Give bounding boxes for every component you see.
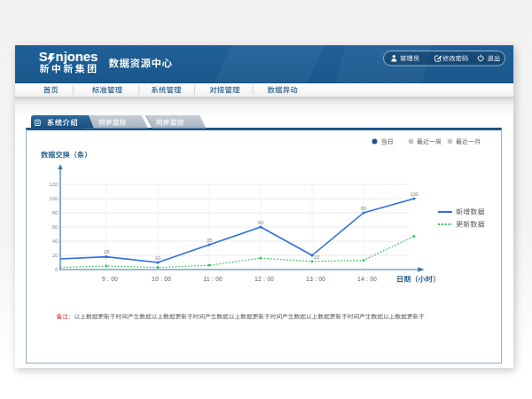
svg-text:13 : 00: 13 : 00 — [306, 276, 325, 282]
svg-text:12 : 00: 12 : 00 — [254, 276, 274, 282]
svg-text:60: 60 — [52, 223, 59, 230]
svg-text:10: 10 — [155, 255, 160, 261]
svg-text:10: 10 — [314, 254, 319, 260]
svg-text:120: 120 — [49, 181, 59, 187]
svg-text:35: 35 — [207, 238, 212, 243]
svg-text:0: 0 — [55, 266, 59, 272]
svg-text:10 : 00: 10 : 00 — [152, 276, 171, 282]
svg-text:S: S — [39, 50, 48, 64]
svg-text:60: 60 — [258, 220, 263, 225]
svg-text:11 : 00: 11 : 00 — [203, 276, 223, 282]
svg-text:njones: njones — [56, 50, 98, 64]
svg-text:100: 100 — [49, 195, 59, 201]
svg-text:14 : 00: 14 : 00 — [357, 276, 377, 282]
svg-text:100: 100 — [410, 192, 419, 197]
svg-text:40: 40 — [52, 238, 59, 244]
svg-text:18: 18 — [104, 249, 109, 254]
svg-text:20: 20 — [52, 252, 59, 258]
svg-text:80: 80 — [52, 209, 59, 215]
svg-text:80: 80 — [361, 206, 366, 211]
svg-text:9 : 00: 9 : 00 — [102, 276, 118, 282]
